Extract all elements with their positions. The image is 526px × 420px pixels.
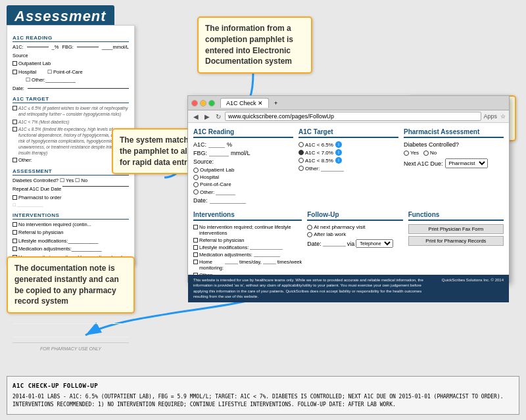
browser-source-other-input[interactable] (216, 189, 235, 195)
browser-a1c-reading-title: A1C Reading (193, 128, 293, 138)
browser-tab-label: A1C Check (226, 100, 256, 106)
browser-int-other: Other: (199, 272, 213, 275)
pamphlet-diabetes-controlled-label: Diabetes Controlled? (12, 177, 59, 183)
browser-pharmacist-section: Pharmacist Assessment Diabetes Controlle… (404, 128, 504, 206)
browser-int-2: Referral to physician (199, 237, 244, 243)
pamphlet-a1c-reading-title: A1C READING (12, 34, 129, 42)
browser-url-bar[interactable] (225, 112, 481, 121)
browser-target-other-input[interactable] (321, 165, 344, 172)
browser-fu-telephone-select[interactable]: Telephone (356, 239, 393, 248)
pamphlet-yes-label: ☐ Yes ☐ No (60, 177, 87, 183)
browser-pharmacist-title: Pharmacist Assessment (404, 128, 504, 138)
pamphlet-interventions-title: INTERVENTIONS (12, 212, 129, 220)
browser-info-icon-2[interactable]: i (335, 149, 342, 156)
doc-note-title: A1C CHECK-UP FOLLOW-UP (12, 382, 514, 391)
browser-target-7: A1C < 7.0% (305, 150, 333, 156)
browser-int-5: Home monitoring: (199, 259, 224, 271)
browser-source-poc: Point-of-Care (200, 181, 231, 187)
browser-date-label: Date: (193, 197, 208, 204)
browser-functions-title: Functions (408, 211, 504, 221)
page-title: Assessment (7, 5, 114, 28)
browser-fbg-unit: mmol/L (231, 150, 251, 156)
browser-print-pharmacy-btn[interactable]: Print for Pharmacy Records (408, 236, 504, 246)
browser-a1c-input[interactable] (208, 141, 225, 148)
browser-target-8-5: A1C < 8.5% (305, 158, 333, 164)
browser-new-tab[interactable]: + (274, 100, 277, 106)
browser-refresh-btn[interactable]: ↻ (214, 112, 223, 121)
browser-times-week-label: times/week (277, 259, 302, 265)
browser-footer-left: This website is intended for use by heal… (193, 277, 435, 300)
browser-minimize-btn[interactable] (200, 100, 206, 106)
browser-footer: This website is intended for use by heal… (188, 275, 509, 302)
browser-apps-label: Apps (483, 113, 497, 120)
pamphlet-source-pointofcare: Point-of-Care (53, 69, 83, 76)
browser-functions-section: Functions Print Physician Fax Form Print… (408, 211, 504, 275)
browser-content: A1C Reading A1C: % FBG: mmol/L Source: O… (188, 123, 509, 275)
browser-a1c-target-title: A1C Target (299, 128, 398, 138)
browser-info-icon-3[interactable]: i (335, 157, 342, 164)
pamphlet-int-3: Lifestyle modifications:___________ (18, 238, 98, 245)
browser-toolbar: ◀ ▶ ↻ Apps ☆ (188, 110, 509, 123)
pamphlet-fbg-label: FBG: (62, 44, 74, 51)
browser-info-icon-1[interactable]: i (335, 141, 342, 148)
callout1-text: The information from a completion pamphl… (205, 24, 293, 66)
browser-lifestyle-input[interactable] (250, 245, 283, 250)
browser-interventions-section: Interventions No intervention required; … (193, 211, 302, 275)
browser-diabetes-controlled-label: Diabetes Controlled? (404, 141, 459, 148)
browser-next-a1c-select[interactable]: Pharmacist (445, 158, 488, 168)
browser-footer-right: QuickScribes Solutions Inc. © 2014 (442, 277, 504, 300)
browser-fu-date-label: Date: (307, 241, 322, 247)
browser-int-1: No intervention required; continue lifes… (199, 224, 302, 236)
browser-a1c-unit: % (227, 141, 232, 148)
browser-int-other-input[interactable] (214, 272, 254, 275)
pamphlet-repeat-a1c-label: Repeat A1C Due Date (12, 186, 61, 193)
pamphlet-fbg-value: ____mmol/L (102, 44, 129, 51)
pamphlet-a1c-value: _% (52, 44, 59, 51)
browser-target-other: Other: (305, 166, 320, 172)
browser-fu-via-label: via (347, 241, 355, 247)
browser-home-times-day[interactable] (225, 259, 238, 264)
pamphlet-order-other: ☐ ____________ (12, 202, 129, 208)
browser-ph-no: No (430, 150, 437, 156)
pamphlet-source-outpatient: Outpatient Lab (18, 60, 51, 68)
browser-a1c-reading-section: A1C Reading A1C: % FBG: mmol/L Source: O… (193, 128, 293, 206)
browser-source-label: Source: (193, 158, 214, 165)
browser-maximize-btn[interactable] (208, 100, 215, 106)
pamphlet-source-label: Source (12, 53, 129, 60)
browser-window: A1C Check ✕ + ◀ ▶ ↻ Apps ☆ A1C Reading A… (187, 95, 510, 283)
browser-times-day-label: times/day, (239, 259, 262, 265)
pamphlet-int-2: Referral to physician (18, 229, 63, 237)
browser-forward-btn[interactable]: ▶ (203, 112, 212, 121)
browser-int-3: Lifestyle modifications: (199, 245, 249, 250)
browser-print-physician-btn[interactable]: Print Physician Fax Form (408, 224, 504, 234)
pamphlet-target-7: A1C < 7% (Most diabetics) (18, 119, 69, 125)
browser-int-4: Medication adjustments: (199, 252, 252, 258)
browser-titlebar: A1C Check ✕ + (188, 96, 509, 110)
browser-date-input[interactable] (210, 197, 246, 204)
browser-source-hospital: Hospital (200, 174, 219, 180)
browser-star-icon[interactable]: ☆ (500, 113, 506, 120)
pamphlet-footer: FOR PHARMACY USE ONLY (12, 342, 129, 352)
browser-fu-next-pharmacy: At next pharmacy visit (314, 224, 365, 230)
pamphlet-pharmacist-order: Pharmacist to order (18, 195, 61, 202)
browser-tab-a1c[interactable]: A1C Check ✕ (220, 98, 269, 108)
pamphlet-int-1: No intervention required (contin... (18, 222, 91, 229)
pamphlet-source-other-label: ☐ Other:___________ (26, 77, 76, 84)
doc-note-content: 2014-01-01 LABS - A1C: 6.5% (OUTPATIENT … (12, 393, 514, 409)
callout-info-entered: The information from a completion pamphl… (197, 16, 312, 74)
browser-source-outpatient: Outpatient Lab (200, 167, 234, 173)
browser-followup-title: Follow-Up (307, 211, 402, 221)
browser-back-btn[interactable]: ◀ (191, 112, 201, 121)
browser-next-a1c-label: Next A1C Due: (404, 160, 443, 167)
pamphlet-date-label: Date: (12, 85, 24, 93)
pamphlet-target-6-5: A1C ≤ 6.5% (if patient wishes to lower r… (18, 105, 129, 117)
browser-fbg-input[interactable] (209, 150, 229, 156)
callout-doc-note: The documentation note is generated inst… (7, 256, 135, 314)
pamphlet-int-4: Medication adjustments:___________ (18, 246, 102, 253)
browser-a1c-label: A1C: (193, 141, 206, 148)
browser-meds-input[interactable] (254, 252, 280, 257)
browser-fu-date-input[interactable] (323, 241, 346, 246)
pamphlet-a1c-target-title: A1C TARGET (12, 95, 129, 103)
browser-close-btn[interactable] (191, 100, 198, 106)
browser-home-times-week[interactable] (263, 259, 276, 264)
